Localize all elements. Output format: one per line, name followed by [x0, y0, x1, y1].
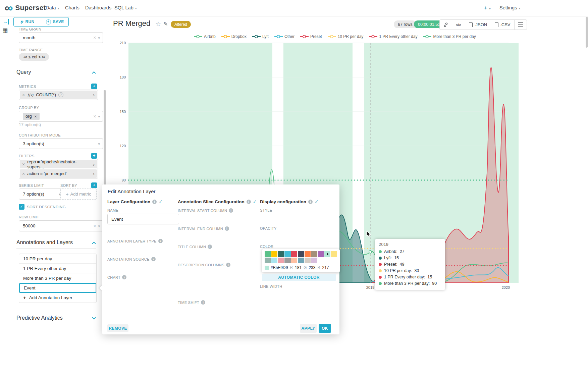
altered-badge[interactable]: Altered: [171, 21, 191, 28]
color-swatch[interactable]: [311, 251, 317, 257]
run-button[interactable]: RUN: [14, 17, 41, 26]
legend-item-1-pr-every-other-day[interactable]: 1 PR Every other day: [369, 34, 417, 39]
color-swatch[interactable]: [298, 251, 304, 257]
legend-item-10-pr-per-day[interactable]: 10 PR per day: [328, 34, 364, 39]
annotation-layer-item[interactable]: 1 PR Every other day: [19, 264, 96, 273]
legend-item-lyft[interactable]: Lyft: [252, 34, 269, 39]
color-swatch[interactable]: [305, 251, 311, 257]
color-swatch[interactable]: [284, 251, 290, 257]
automatic-color-button[interactable]: AUTOMATIC COLOR: [262, 274, 336, 281]
info-icon[interactable]: [158, 239, 163, 243]
chevron-right-icon[interactable]: [93, 92, 95, 98]
chevron-up-icon[interactable]: [92, 71, 96, 74]
b-value[interactable]: 217: [322, 265, 329, 270]
name-input[interactable]: Event: [107, 214, 179, 224]
info-icon[interactable]: [152, 200, 157, 204]
color-swatch[interactable]: [331, 251, 337, 257]
nav-menu-sqllab[interactable]: SQL Lab: [114, 5, 137, 10]
legend-item-dropbox[interactable]: Dropbox: [221, 34, 247, 39]
remove-button[interactable]: REMOVE: [107, 324, 128, 332]
superset-brand[interactable]: ∞∞ Superset: [5, 2, 46, 13]
save-button[interactable]: SAVE: [41, 17, 68, 26]
color-swatch[interactable]: [291, 258, 297, 263]
chevron-up-icon[interactable]: [92, 242, 96, 244]
remove-tag-icon[interactable]: [34, 114, 37, 119]
export-csv-button[interactable]: .CSV: [491, 20, 514, 30]
color-swatch[interactable]: [291, 251, 297, 257]
color-swatch[interactable]: [278, 251, 284, 257]
remove-icon[interactable]: [22, 92, 25, 98]
info-icon[interactable]: [201, 300, 205, 305]
annotation-layer-item[interactable]: More than 3 PR per day: [19, 273, 96, 283]
color-swatch[interactable]: [265, 258, 271, 263]
copy-link-button[interactable]: [440, 20, 452, 30]
filter-chip[interactable]: repo = 'apache/incubator-supers...: [20, 160, 97, 168]
color-swatch[interactable]: [298, 258, 304, 263]
color-swatch[interactable]: [305, 258, 311, 263]
color-swatch-selected[interactable]: [324, 251, 330, 257]
info-icon[interactable]: [122, 275, 126, 279]
group-by-select[interactable]: org: [19, 111, 103, 122]
remove-icon[interactable]: [22, 171, 25, 176]
time-range-pill[interactable]: -∞ ≤ col < ∞: [19, 53, 49, 61]
add-filter-button[interactable]: [91, 153, 97, 159]
legend-item-airbnb[interactable]: Airbnb: [194, 34, 216, 39]
dataset-grid-icon[interactable]: ▦: [2, 27, 8, 34]
nav-settings[interactable]: Settings: [499, 5, 520, 10]
g-value[interactable]: 233: [309, 265, 315, 270]
page-scrollbar[interactable]: [586, 17, 588, 48]
filter-chip[interactable]: action = 'pr_merged': [20, 169, 97, 178]
nav-add-button[interactable]: +: [484, 5, 491, 11]
edit-title-icon[interactable]: ✎: [163, 21, 168, 27]
clear-icon[interactable]: [93, 35, 96, 40]
ok-button[interactable]: OK: [319, 324, 331, 333]
chevron-right-icon[interactable]: [93, 161, 95, 167]
sort-descending-checkbox[interactable]: [19, 204, 24, 210]
embed-code-button[interactable]: [452, 20, 465, 30]
color-swatch[interactable]: [284, 258, 290, 263]
legend-item-preset[interactable]: Preset: [300, 34, 322, 39]
annotation-layer-item[interactable]: 10 PR per day: [19, 254, 96, 264]
collapse-panel-icon[interactable]: →: [3, 19, 9, 24]
info-icon[interactable]: [226, 263, 230, 267]
hex-value[interactable]: #B5E9D9: [271, 265, 288, 270]
add-metric-button[interactable]: [91, 84, 97, 89]
chevron-down-icon[interactable]: [92, 317, 96, 320]
color-swatch[interactable]: [278, 258, 284, 263]
export-json-button[interactable]: .JSON: [465, 20, 491, 30]
series-limit-select[interactable]: 7 option(s): [19, 189, 64, 200]
info-icon[interactable]: [247, 200, 251, 204]
clear-icon[interactable]: [93, 114, 96, 119]
time-grain-select[interactable]: month: [19, 32, 103, 43]
color-swatch[interactable]: [271, 258, 277, 263]
info-icon[interactable]: [225, 226, 229, 231]
annotation-layer-item-selected[interactable]: Event: [19, 283, 96, 293]
color-swatch[interactable]: [265, 251, 271, 257]
nav-menu-data[interactable]: Data: [46, 5, 59, 10]
nav-menu-dashboards[interactable]: Dashboards: [85, 5, 111, 10]
group-by-tag[interactable]: org: [23, 113, 40, 120]
color-swatch[interactable]: [311, 258, 317, 263]
metric-chip[interactable]: ƒ(x) COUNT(*): [20, 91, 97, 99]
add-annotation-layer-button[interactable]: + Add Annotation Layer: [19, 293, 96, 303]
add-sort-metric-button[interactable]: [91, 182, 97, 188]
chevron-right-icon[interactable]: [93, 171, 95, 176]
clear-icon[interactable]: [93, 223, 96, 229]
info-icon[interactable]: [229, 208, 233, 213]
nav-menu-charts[interactable]: Charts: [65, 5, 79, 10]
info-icon[interactable]: [151, 257, 156, 261]
apply-button[interactable]: APPLY: [300, 324, 317, 333]
color-swatch[interactable]: [271, 251, 277, 257]
chart-menu-button[interactable]: [515, 20, 527, 30]
color-swatch[interactable]: [318, 251, 324, 257]
remove-icon[interactable]: [22, 162, 25, 167]
row-limit-select[interactable]: 50000: [19, 220, 103, 231]
r-value[interactable]: 181: [295, 265, 302, 270]
info-icon[interactable]: [308, 200, 313, 204]
sort-by-add-metric[interactable]: Add metric: [60, 189, 97, 200]
favorite-star-icon[interactable]: ☆: [155, 20, 161, 28]
contribution-mode-select[interactable]: 3 option(s): [19, 138, 103, 149]
info-icon[interactable]: [208, 245, 212, 249]
legend-item-other[interactable]: Other: [274, 34, 295, 39]
legend-item-more-than-3-pr[interactable]: More than 3 PR per day: [423, 34, 476, 39]
